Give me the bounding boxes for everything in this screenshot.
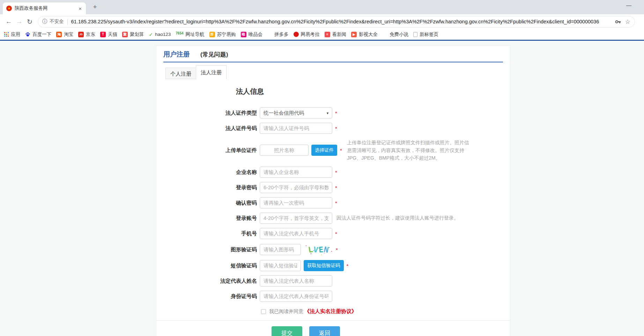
tab-legal-person-register[interactable]: 法人注册	[196, 65, 227, 79]
required-asterisk: *	[336, 247, 339, 253]
page-title: 用户注册	[163, 50, 190, 59]
forward-icon[interactable]: →	[14, 18, 24, 25]
bookmark-label: 应用	[11, 31, 20, 38]
jd-icon: JD	[78, 32, 84, 37]
field-row-certificate-number: 法人证件号码 *	[156, 123, 510, 134]
bookmark-item[interactable]: 7654网址导航	[176, 31, 204, 38]
bookmarks-bar: 应用百度一下淘淘宝JD京东T天猫聚聚划算✓hao1237654网址导航苏苏宁易购…	[0, 29, 644, 40]
omnibox-separator	[67, 19, 68, 25]
bookmark-item[interactable]: 应用	[4, 31, 20, 38]
field-row-enterprise-name: 企业名称 *	[156, 167, 510, 178]
bookmark-label: 苏宁易购	[217, 31, 236, 38]
bookmark-item[interactable]: T天猫	[100, 31, 117, 38]
browser-tab[interactable]: ★ 陕西政务服务网 ×	[3, 2, 86, 14]
bookmark-label: 影视大全	[359, 31, 378, 38]
login-account-input[interactable]	[260, 213, 332, 224]
agreement-checkbox[interactable]	[261, 309, 266, 314]
certificate-type-select[interactable]: 统一社会信用代码 ▼	[260, 107, 332, 119]
mobile-input[interactable]	[260, 228, 332, 239]
certificate-number-input[interactable]	[260, 123, 332, 134]
bookmark-item[interactable]: 淘淘宝	[56, 31, 73, 38]
bookmark-label: 百度一下	[32, 31, 51, 38]
bookmark-label: hao123	[155, 32, 171, 37]
bookmark-label: 淘宝	[64, 31, 73, 38]
required-asterisk: *	[340, 147, 343, 153]
field-label: 法定代表人姓名	[156, 278, 260, 284]
choose-certificate-button[interactable]: 选择证件	[311, 145, 337, 156]
id-number-input[interactable]	[260, 291, 332, 302]
required-asterisk: *	[335, 185, 339, 191]
submit-button[interactable]: 提交	[272, 326, 302, 336]
representative-name-input[interactable]	[260, 275, 332, 287]
window-minimize-button[interactable]: —	[623, 1, 634, 9]
field-label: 确认密码	[156, 200, 260, 206]
bookmark-label: 拼多多	[274, 31, 289, 38]
bookmark-label: 网易考拉	[301, 31, 320, 38]
bookmark-item[interactable]: 百度一下	[25, 31, 51, 38]
select-value: 统一社会信用代码	[264, 110, 304, 116]
suning-icon: 苏	[209, 32, 215, 37]
bookmark-item[interactable]: 唯唯品会	[241, 31, 263, 38]
required-asterisk: *	[347, 263, 350, 269]
back-icon[interactable]: ←	[3, 18, 14, 25]
required-asterisk: *	[335, 231, 339, 237]
video-play-icon: ▶	[351, 32, 357, 37]
security-label[interactable]: 不安全	[50, 18, 64, 25]
bookmark-item[interactable]: 免费小说	[383, 31, 408, 38]
info-icon[interactable]: ⓘ	[42, 18, 47, 25]
vipshop-icon: 唯	[241, 32, 246, 37]
tmall-icon: T	[100, 32, 106, 37]
7654-badge: 7654	[176, 31, 183, 35]
field-row-id-number: 身份证号码	[156, 291, 510, 302]
login-password-input[interactable]	[260, 182, 332, 193]
bookmark-item[interactable]: 苏苏宁易购	[209, 31, 236, 38]
field-row-login-password: 登录密码 *	[156, 182, 510, 193]
enterprise-name-input[interactable]	[260, 167, 332, 178]
url-text[interactable]: 61.185.238.225/sysauth-v3/index/register…	[71, 19, 612, 24]
field-row-mobile: 手机号 *	[156, 228, 510, 239]
tab-personal-register[interactable]: 个人注册	[165, 68, 196, 79]
field-row-representative-name: 法定代表人姓名	[156, 275, 510, 287]
password-key-icon[interactable]	[615, 19, 621, 25]
captcha-letter: V	[313, 245, 319, 254]
agreement-link[interactable]: 《法人实名注册协议》	[304, 308, 357, 315]
bookmark-star-icon[interactable]: ☆	[625, 18, 630, 25]
sms-code-input[interactable]	[260, 260, 301, 271]
get-sms-code-button[interactable]: 获取短信验证码	[304, 260, 344, 271]
bookmark-item[interactable]: JD京东	[78, 31, 95, 38]
bookmark-label: 天猫	[108, 31, 117, 38]
bookmark-item[interactable]: 网易考拉	[294, 31, 320, 38]
new-tab-page-icon	[413, 32, 417, 37]
captcha-image[interactable]: LVEN	[304, 243, 333, 256]
field-row-sms-code: 短信验证码 获取短信验证码 *	[156, 260, 510, 271]
faq-link[interactable]: (常见问题)	[200, 51, 228, 59]
photo-name-input[interactable]	[260, 145, 309, 156]
address-bar[interactable]: ⓘ 不安全 61.185.238.225/sysauth-v3/index/re…	[38, 16, 635, 28]
bookmark-label: 京东	[86, 31, 95, 38]
back-button[interactable]: 返回	[309, 326, 340, 336]
bookmark-item[interactable]: 新标签页	[413, 31, 438, 38]
bookmark-item[interactable]: ▶影视大全	[351, 31, 378, 38]
bookmark-item[interactable]: ≡看新闻	[325, 31, 347, 38]
bookmark-item[interactable]: 聚聚划算	[122, 31, 144, 38]
hao123-check-icon: ✓	[149, 32, 153, 37]
confirm-password-input[interactable]	[260, 197, 332, 208]
required-asterisk: *	[335, 169, 339, 175]
bookmark-label: 看新闻	[332, 31, 347, 38]
captcha-input[interactable]	[260, 244, 301, 255]
refresh-icon[interactable]: ↻	[24, 18, 35, 26]
bookmark-item[interactable]: 拼多多	[267, 31, 289, 38]
registration-tabs: 个人注册 法人注册	[165, 65, 227, 79]
browser-toolbar: ← → ↻ ⓘ 不安全 61.185.238.225/sysauth-v3/in…	[0, 14, 644, 29]
tab-close-icon[interactable]: ×	[78, 6, 82, 12]
baidu-paw-icon	[25, 32, 30, 37]
bookmark-item[interactable]: ✓hao123	[149, 32, 171, 37]
juhuasuan-icon: 聚	[122, 32, 128, 37]
bookmark-label: 新标签页	[420, 31, 438, 38]
legal-person-form: 法人信息 法人证件类型 统一社会信用代码 ▼ * 法人证件号码 * 上传单位证件…	[156, 87, 510, 336]
header-underline	[163, 62, 503, 62]
page-background: 用户注册 (常见问题) 个人注册 法人注册 法人信息 法人证件类型 统一社会信用…	[0, 41, 644, 336]
new-tab-button[interactable]: +	[91, 3, 99, 11]
field-label: 上传单位证件	[156, 147, 260, 154]
field-label: 手机号	[156, 230, 260, 237]
